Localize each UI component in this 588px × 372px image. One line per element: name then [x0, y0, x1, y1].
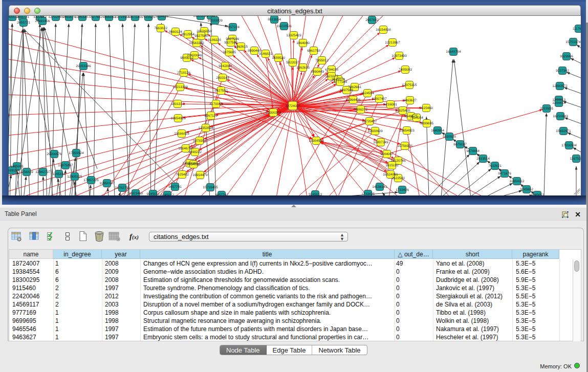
- svg-text:2718126: 2718126: [177, 71, 190, 75]
- svg-text:9463627: 9463627: [403, 99, 417, 102]
- svg-text:16782759: 16782759: [115, 186, 130, 190]
- svg-text:9934890: 9934890: [187, 163, 200, 166]
- svg-text:10958107: 10958107: [99, 182, 115, 185]
- svg-text:9327508: 9327508: [224, 41, 237, 45]
- svg-text:1527602: 1527602: [89, 16, 102, 19]
- svg-text:9457791: 9457791: [168, 185, 182, 189]
- svg-text:19654923: 19654923: [399, 129, 415, 133]
- svg-text:1801312: 1801312: [171, 102, 184, 106]
- svg-text:10688609: 10688609: [367, 129, 383, 133]
- svg-text:5938928: 5938928: [443, 135, 456, 139]
- svg-text:16033809: 16033809: [207, 19, 223, 23]
- svg-text:7594084: 7594084: [410, 116, 423, 120]
- svg-text:13325419: 13325419: [286, 34, 301, 37]
- svg-text:2055721: 2055721: [17, 21, 30, 25]
- svg-text:12942737: 12942737: [35, 170, 51, 174]
- svg-text:1244414: 1244414: [552, 101, 565, 105]
- svg-text:9245653: 9245653: [531, 193, 544, 195]
- svg-text:15720407: 15720407: [362, 120, 377, 123]
- svg-text:10025438: 10025438: [395, 109, 410, 113]
- svg-text:10654112: 10654112: [510, 180, 525, 183]
- svg-text:8878352: 8878352: [193, 139, 206, 143]
- svg-text:16154808: 16154808: [376, 28, 391, 32]
- svg-text:17359924: 17359924: [69, 151, 84, 155]
- svg-text:7663822: 7663822: [154, 27, 167, 30]
- svg-text:20053346: 20053346: [76, 64, 91, 68]
- svg-text:1145194: 1145194: [52, 172, 66, 176]
- svg-text:16120746: 16120746: [390, 159, 406, 163]
- svg-text:8427552: 8427552: [214, 89, 228, 93]
- svg-text:17016504: 17016504: [561, 144, 577, 147]
- svg-text:1864090: 1864090: [296, 41, 310, 45]
- svg-text:16524851: 16524851: [383, 173, 398, 177]
- svg-text:19218506: 19218506: [276, 25, 292, 28]
- svg-text:8186328: 8186328: [208, 38, 221, 42]
- svg-text:5822037: 5822037: [286, 61, 299, 64]
- svg-text:9474444: 9474444: [466, 149, 480, 153]
- svg-text:7632621: 7632621: [488, 164, 502, 168]
- svg-text:1939154: 1939154: [9, 169, 19, 172]
- svg-text:6966160: 6966160: [102, 16, 116, 19]
- svg-text:1733425: 1733425: [361, 192, 375, 195]
- svg-text:12905135: 12905135: [67, 175, 82, 179]
- svg-text:12213389: 12213389: [172, 85, 188, 89]
- svg-text:9245013: 9245013: [309, 193, 322, 195]
- svg-text:9084067: 9084067: [380, 152, 394, 156]
- svg-text:15751074: 15751074: [565, 40, 581, 44]
- svg-text:9146821: 9146821: [259, 52, 272, 56]
- svg-text:7986372: 7986372: [354, 108, 367, 112]
- svg-text:8660124: 8660124: [169, 30, 182, 34]
- svg-text:23300203: 23300203: [266, 111, 281, 115]
- svg-text:12702845: 12702845: [48, 16, 63, 19]
- svg-text:2522540: 2522540: [391, 177, 405, 180]
- svg-text:19166829: 19166829: [174, 132, 189, 136]
- svg-text:1327072: 1327072: [33, 16, 47, 19]
- svg-text:10543382: 10543382: [189, 41, 204, 45]
- svg-text:15692971: 15692971: [556, 129, 571, 133]
- svg-text:9242848: 9242848: [219, 64, 232, 68]
- svg-text:7625402: 7625402: [176, 173, 189, 177]
- svg-text:16914479: 16914479: [192, 173, 208, 177]
- svg-text:15716485: 15716485: [203, 186, 218, 189]
- svg-text:19384554: 19384554: [309, 139, 324, 143]
- svg-text:11923468: 11923468: [128, 192, 143, 195]
- svg-text:6961758: 6961758: [307, 49, 320, 53]
- svg-text:14136141: 14136141: [372, 185, 387, 189]
- svg-text:20691406: 20691406: [35, 19, 50, 23]
- svg-text:9329966: 9329966: [560, 55, 573, 58]
- svg-text:9899695: 9899695: [420, 122, 433, 125]
- svg-text:6497568: 6497568: [340, 89, 353, 92]
- svg-text:9245011: 9245011: [146, 192, 160, 195]
- svg-text:6216001: 6216001: [384, 103, 397, 106]
- svg-text:8912954: 8912954: [181, 33, 194, 36]
- svg-text:18724007: 18724007: [285, 104, 300, 108]
- svg-text:16671355: 16671355: [127, 16, 143, 19]
- svg-text:9777169: 9777169: [334, 80, 347, 84]
- svg-text:3215955: 3215955: [540, 107, 553, 111]
- svg-text:17957225: 17957225: [83, 179, 99, 182]
- svg-text:3267110: 3267110: [204, 114, 217, 118]
- svg-text:1562615: 1562615: [296, 66, 310, 70]
- svg-text:1615152: 1615152: [385, 164, 399, 167]
- svg-text:9245012: 9245012: [161, 193, 174, 195]
- svg-text:12353594: 12353594: [198, 126, 213, 130]
- svg-text:9498222: 9498222: [188, 150, 202, 154]
- svg-text:16046758: 16046758: [178, 147, 193, 150]
- svg-text:12093572: 12093572: [552, 84, 568, 88]
- svg-text:1362615: 1362615: [234, 45, 248, 49]
- svg-text:2087682: 2087682: [365, 18, 379, 22]
- svg-text:9115460: 9115460: [420, 106, 433, 110]
- svg-text:9327500: 9327500: [194, 34, 208, 38]
- svg-text:1733426: 1733426: [396, 188, 409, 192]
- svg-text:3624554: 3624554: [361, 92, 374, 95]
- svg-text:1603381: 1603381: [204, 16, 217, 17]
- svg-text:7485083: 7485083: [399, 68, 412, 72]
- svg-text:21364436: 21364436: [345, 98, 361, 102]
- svg-text:9861676: 9861676: [62, 16, 76, 19]
- svg-text:2803144: 2803144: [216, 76, 229, 80]
- svg-text:2933514: 2933514: [476, 157, 490, 161]
- svg-text:10807487: 10807487: [372, 97, 387, 101]
- svg-text:1588520: 1588520: [272, 56, 285, 60]
- svg-text:9227342: 9227342: [556, 69, 569, 73]
- svg-text:1640954: 1640954: [431, 129, 444, 133]
